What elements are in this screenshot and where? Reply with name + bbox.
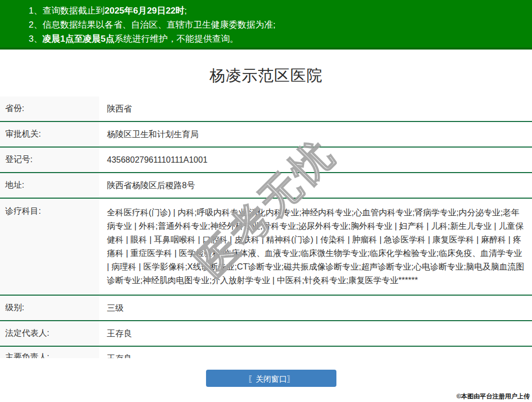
table-row-departments: 诊疗科目: 全科医疗科(门诊) | 内科;呼吸内科专业;消化内科专业;神经内科专…	[0, 199, 532, 296]
row-label: 级别:	[0, 296, 99, 320]
notice-1-text: 1、查询数据截止到	[29, 6, 104, 16]
table-row-approval-authority: 审批机关: 杨陵区卫生和计划生育局	[0, 122, 532, 148]
row-value: 全科医疗科(门诊) | 内科;呼吸内科专业;消化内科专业;神经内科专业;心血管内…	[99, 199, 532, 295]
notice-1-bold: 2025年6月29日22时	[104, 6, 184, 16]
row-label: 主要负责人:	[0, 347, 99, 358]
row-label: 诊疗科目:	[0, 199, 99, 295]
notice-line-3: 3、凌晨1点至凌晨5点系统进行维护，不能提供查询。	[29, 32, 532, 46]
notice-line-2: 2、信息数据结果以各省、自治区、直辖市卫生健康委数据为准;	[29, 18, 532, 32]
table-row-address: 地址: 陕西省杨陵区后稷路8号	[0, 173, 532, 199]
table-row-level: 级别: 三级	[0, 296, 532, 321]
table-row-province: 省份: 陕西省	[0, 96, 532, 122]
table-row-registration-number: 登记号: 43568027961110111A1001	[0, 148, 532, 173]
row-value: 王存良	[99, 347, 532, 358]
title-section: 杨凌示范区医院	[0, 50, 532, 96]
row-label: 地址:	[0, 173, 99, 198]
page-title: 杨凌示范区医院	[0, 50, 532, 87]
row-value: 43568027961110111A1001	[99, 153, 532, 167]
hospital-info-table: 省份: 陕西省 审批机关: 杨陵区卫生和计划生育局 登记号: 435680279…	[0, 96, 532, 358]
table-row-main-person-in-charge: 主要负责人: 王存良	[0, 347, 532, 358]
notice-header: 1、查询数据截止到2025年6月29日22时; 2、信息数据结果以各省、自治区、…	[0, 0, 532, 50]
row-value: 三级	[99, 301, 532, 315]
row-label: 审批机关:	[0, 122, 99, 147]
row-value: 王存良	[99, 327, 532, 340]
footer-upload-note: ©本图由平台注册用户上传	[456, 392, 530, 401]
notice-line-1: 1、查询数据截止到2025年6月29日22时;	[29, 4, 532, 18]
row-value: 杨陵区卫生和计划生育局	[99, 128, 532, 141]
row-label: 登记号:	[0, 148, 99, 172]
close-window-button[interactable]: 〖关闭窗口〗	[206, 370, 336, 387]
row-value: 陕西省	[99, 102, 532, 116]
row-label: 省份:	[0, 96, 99, 121]
button-area: 〖关闭窗口〗	[0, 370, 532, 387]
notice-3-bold: 凌晨1点至凌晨5点	[42, 34, 114, 44]
notice-3-text: 3、	[29, 34, 42, 44]
notice-1-suffix: ;	[185, 6, 187, 16]
notice-2-text: 2、信息数据结果以各省、自治区、直辖市卫生健康委数据为准;	[29, 20, 275, 30]
table-row-legal-representative: 法定代表人: 王存良	[0, 321, 532, 347]
row-value: 陕西省杨陵区后稷路8号	[99, 179, 532, 192]
row-label: 法定代表人:	[0, 321, 99, 346]
notice-3-suffix: 系统进行维护，不能提供查询。	[114, 34, 238, 44]
